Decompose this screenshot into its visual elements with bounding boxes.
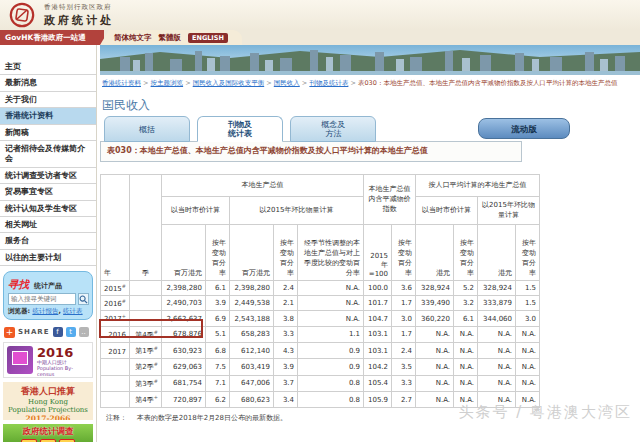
govhk-link[interactable]: GovHK香港政府一站通 [0, 30, 104, 45]
csd-emblem-icon [9, 2, 35, 28]
search-input[interactable] [8, 293, 76, 305]
projections-title-zh: 香港人口推算 [3, 385, 93, 398]
cell-value: 339,490 [416, 296, 454, 311]
unit-seasonally-adjusted: 经季节性调整的本地生产总值与对上季度比较的变动百分率 [298, 224, 364, 280]
table-row: 2016 第4季# 678,876 5.1 658,283 3.3 1.1 10… [101, 326, 540, 342]
cell-value: N.A. [454, 343, 478, 359]
cell-quarter: 第3季 [135, 380, 153, 388]
table-row: 第2季# 629,063 7.5 603,419 3.9 0.9 104.2 3… [101, 359, 540, 375]
cell-value: 328,924 [416, 280, 454, 295]
sidebar-item-trade-matters[interactable]: 贸易事宜专区 [0, 184, 96, 200]
survey-banner-title: 政府统计调查 [3, 426, 93, 438]
unit-yoy-pct: 按年变动百分率 [274, 224, 298, 280]
sidebar-item-related-sites[interactable]: 相关网址 [0, 217, 96, 233]
cell-value: 1.5 [516, 296, 540, 311]
cell-value: N.A. [478, 343, 516, 359]
sidebar-item-service-desk[interactable]: 服务台 [0, 233, 96, 249]
cell-value: N.A. [298, 296, 364, 311]
region-government-title: 香港特别行政区政府 [44, 3, 114, 12]
breadcrumb-separator: > [348, 79, 358, 87]
cell-value: 3.0 [516, 311, 540, 326]
cell-value: 3.3 [274, 326, 298, 342]
cell-value: 2,449,538 [230, 296, 274, 311]
sidebar-item-survey-respondents[interactable]: 统计调查受访者专区 [0, 168, 96, 184]
table-row: 2016# 2,490,703 3.9 2,449,538 2.1 N.A. 1… [101, 296, 540, 311]
cell-value: N.A. [298, 280, 364, 295]
sidebar-item-home[interactable]: 主页 [0, 59, 96, 75]
breadcrumb-by-subject[interactable]: 按主题浏览 [151, 79, 184, 87]
cell-value: 629,063 [162, 359, 206, 375]
unit-million-hkd: 百万港元 [230, 224, 274, 280]
more-share-icon[interactable]: .. [79, 327, 89, 337]
cell-value: 3.0 [392, 311, 416, 326]
lang-traditional-link[interactable]: 繁體版 [159, 33, 182, 43]
cell-value: 2,398,280 [162, 280, 206, 295]
bycensus-line2: Population By-census [37, 365, 89, 377]
cell-value: 0.9 [298, 359, 364, 375]
sidebar-item-past-projects[interactable]: 以往的主要计划 [0, 250, 96, 266]
twitter-icon[interactable]: t [66, 327, 76, 337]
sidebar-item-press-conference[interactable]: 记者招待会及传媒简介会 [0, 141, 96, 168]
sidebar-item-about-us[interactable]: 关于我们 [0, 92, 96, 108]
cell-value: 360,220 [416, 311, 454, 326]
facebook-icon[interactable]: f [53, 327, 63, 337]
note-label: 注释 : [106, 414, 125, 422]
cell-value: N.A. [416, 359, 454, 375]
sidebar-item-whats-new[interactable]: 最新消息 [0, 75, 96, 91]
browse-tables-link[interactable]: 统计表 [63, 307, 83, 315]
cell-value: 0.8 [298, 375, 364, 391]
language-switcher: 简体纯文字 繁體版 ENGLISH [100, 30, 242, 45]
share-icon[interactable]: + [4, 327, 15, 338]
cell-value: 101.7 [364, 296, 392, 311]
breadcrumb-hk-statistics[interactable]: 香港统计资料 [102, 79, 141, 87]
gdp-statistics-table: 年 季 本地生产总值 本地生产总值内含平减物价指数 按人口平均计算的本地生产总值… [100, 174, 540, 409]
cell-quarter: 第4季 [135, 396, 153, 404]
lang-english-link[interactable]: ENGLISH [188, 33, 228, 43]
cell-value: N.A. [416, 326, 454, 342]
tab-concepts-methods[interactable]: 概念及方法 [290, 116, 376, 142]
lang-simplified-text-link[interactable]: 简体纯文字 [114, 33, 152, 43]
cell-value: 0.9 [298, 343, 364, 359]
population-projections-banner[interactable]: 香港人口推算 Hong Kong Population Projections … [3, 382, 93, 420]
tab-overview[interactable]: 概括 [104, 116, 190, 142]
sidebar-item-hk-statistics[interactable]: 香港统计资料 [0, 108, 96, 124]
subheader-current-price: 以当时市价计算 [162, 196, 230, 224]
sidebar-item-press-releases[interactable]: 新闻稿 [0, 125, 96, 141]
unit-million-hkd: 百万港元 [162, 224, 206, 280]
cell-value: 720,897 [162, 392, 206, 408]
cell-value: 2.7 [392, 392, 416, 408]
breadcrumb-national-income-bop[interactable]: 国民收入及国际收支平衡 [193, 79, 265, 87]
cell-value: 647,006 [230, 375, 274, 391]
breadcrumb-national-income[interactable]: 国民收入 [274, 79, 300, 87]
cell-value: 630,923 [162, 343, 206, 359]
cell-year: 2016 [104, 300, 122, 308]
cell-quarter: 第4季 [135, 331, 153, 339]
breadcrumb-separator: > [141, 79, 151, 87]
tab-publications-tables[interactable]: 刊物及统计表 [197, 116, 283, 142]
cell-value: 1.1 [298, 326, 364, 342]
search-button[interactable] [78, 293, 89, 305]
subheader-chained: 以2015年环比物量计算 [230, 196, 364, 224]
cell-value: N.A. [516, 359, 540, 375]
search-title-small: 统计产品 [34, 282, 62, 290]
group-header-deflator: 本地生产总值内含平减物价指数 [364, 174, 416, 224]
cell-year: 2017 [104, 316, 122, 324]
mobile-version-button[interactable]: 流动版 [478, 118, 570, 139]
cell-value: 680,623 [230, 392, 274, 408]
government-survey-banner[interactable]: 政府统计调查 [3, 424, 93, 442]
breadcrumb-publications-tables[interactable]: 刊物及统计表 [309, 79, 348, 87]
cell-value: N.A. [478, 359, 516, 375]
sidebar-item-statistical-literacy[interactable]: 统计认知及学生专区 [0, 201, 96, 217]
unit-yoy-pct: 按年变动百分率 [516, 224, 540, 280]
cell-value: 333,879 [478, 296, 516, 311]
tab-concepts-label-line1: 概念及 [291, 120, 375, 130]
skyline-banner-image [100, 45, 640, 75]
cell-value: 0.8 [298, 392, 364, 408]
subheader-pc-current-price: 以当时市价计算 [416, 196, 478, 224]
bycensus-2016-banner[interactable]: 2016 中期人口统计 Population By-census 主要结果 [3, 342, 93, 378]
breadcrumb: 香港统计资料 > 按主题浏览 > 国民收入及国际收支平衡 > 国民收入 > 刊物… [100, 75, 640, 90]
cell-value: 6.1 [454, 311, 478, 326]
browse-links: 浏览器: 统计报告, 统计表 [8, 307, 88, 316]
browse-reports-link[interactable]: 统计报告 [32, 307, 58, 315]
subheader-pc-chained: 以2015年环比物量计算 [478, 196, 540, 224]
